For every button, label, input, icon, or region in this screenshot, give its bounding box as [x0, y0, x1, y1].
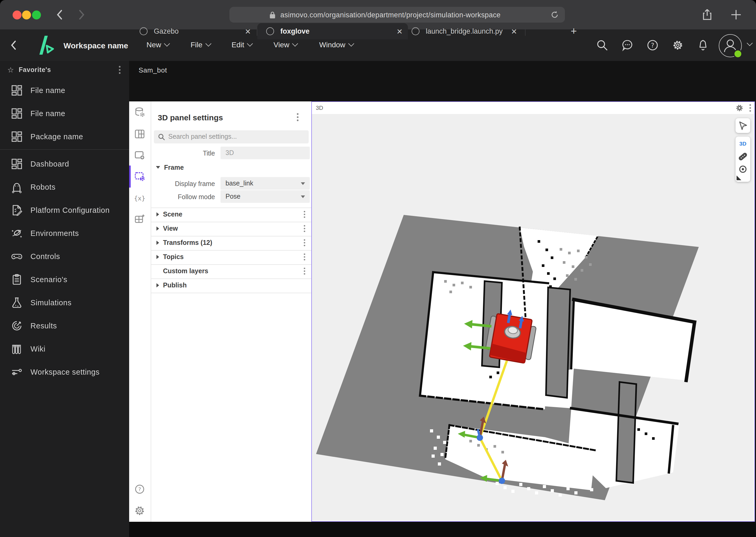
pointer-icon — [736, 118, 750, 133]
sidebar-item-controls[interactable]: Controls — [0, 245, 129, 268]
section-row-view[interactable]: View — [151, 222, 311, 236]
title-field-input[interactable]: 3D — [220, 146, 310, 159]
row-menu-icon[interactable] — [303, 253, 305, 261]
tab-gazebo[interactable]: Gazebo ✕ — [131, 23, 256, 39]
select-tool-button[interactable] — [736, 118, 750, 133]
viewport-tool-group: 3D — [736, 136, 750, 182]
window-minimize-button[interactable] — [22, 11, 31, 20]
asimovo-logo[interactable] — [38, 35, 57, 55]
sidebar-item-dashboard[interactable]: Dashboard — [0, 152, 129, 176]
section-row-topics[interactable]: Topics — [151, 250, 311, 264]
new-tab-icon[interactable] — [730, 9, 742, 21]
panel-settings-icon[interactable] — [134, 171, 145, 182]
share-icon[interactable] — [701, 8, 713, 21]
layout-icon[interactable] — [134, 128, 145, 140]
panel-settings-menu-icon[interactable] — [296, 113, 298, 121]
frame-section-header[interactable]: Frame — [156, 164, 184, 171]
avatar-chevron-icon[interactable] — [747, 40, 753, 46]
variables-icon[interactable]: {x} — [134, 192, 145, 204]
browser-address-bar[interactable]: asimovo.com/organisation/department/proj… — [229, 7, 565, 22]
application-window: asimovo.com/organisation/department/proj… — [0, 0, 756, 537]
window-close-button[interactable] — [12, 11, 21, 20]
row-menu-icon[interactable] — [303, 268, 305, 275]
section-row-publish[interactable]: Publish — [151, 278, 311, 292]
chat-icon[interactable] — [621, 39, 634, 52]
menu-file[interactable]: File — [191, 40, 210, 49]
expand-corner-icon[interactable] — [737, 175, 741, 180]
tab-foxglove[interactable]: foxglove ✕ — [257, 23, 408, 39]
close-tab-icon[interactable]: ✕ — [392, 27, 408, 35]
sidebar-item-package[interactable]: Package name — [0, 125, 129, 148]
close-tab-icon[interactable]: ✕ — [240, 27, 256, 35]
url-text: asimovo.com/organisation/department/proj… — [280, 11, 501, 19]
panel-preferences-gear-icon[interactable] — [134, 505, 145, 516]
row-menu-icon[interactable] — [303, 239, 305, 246]
robot-session-label: Sam_bot — [138, 66, 167, 74]
reload-icon[interactable] — [551, 11, 559, 19]
panel-settings-sidebar: 3D panel settings Search panel settings.… — [151, 101, 312, 521]
sidebar-item-environments[interactable]: Environments — [0, 222, 129, 245]
3d-view-panel[interactable]: 3D — [311, 101, 755, 521]
package-grid-icon — [11, 130, 23, 143]
measure-tool-icon[interactable] — [737, 150, 749, 162]
sidebar-item-scenarios[interactable]: Scenario's — [0, 268, 129, 291]
chevron-down-icon — [164, 41, 170, 47]
clipboard-icon — [11, 273, 23, 286]
publish-point-icon[interactable] — [738, 164, 748, 174]
sidebar-item-file-2[interactable]: File name — [0, 102, 129, 125]
extensions-icon[interactable] — [134, 213, 145, 225]
chevron-down-icon — [292, 41, 298, 47]
chevron-down-icon — [247, 41, 253, 47]
menu-window[interactable]: Window — [319, 40, 353, 49]
sidebar-item-wiki[interactable]: Wiki — [0, 337, 129, 360]
favorites-header: ☆ Favorite's — [0, 61, 129, 79]
row-menu-icon[interactable] — [303, 211, 305, 218]
add-tab-button[interactable]: + — [571, 25, 577, 37]
sidebar-item-workspace-settings[interactable]: Workspace settings — [0, 360, 129, 384]
app-back-icon[interactable] — [11, 40, 16, 50]
panel-settings-search[interactable]: Search panel settings... — [154, 130, 308, 143]
browser-back-icon[interactable] — [56, 10, 62, 20]
bell-icon[interactable] — [697, 39, 709, 52]
tab-launch-bridge[interactable]: launch_bridge.launch.py ✕ — [409, 23, 522, 39]
section-row-scene[interactable]: Scene — [151, 207, 311, 222]
sidebar-item-results[interactable]: Results — [0, 314, 129, 337]
follow-mode-select[interactable]: Pose — [220, 190, 310, 203]
panel-help-icon[interactable]: ? — [134, 483, 145, 495]
search-icon[interactable] — [596, 39, 609, 52]
data-source-settings-icon[interactable] — [134, 106, 145, 118]
document-edit-icon — [11, 204, 23, 217]
3d-panel-header[interactable]: 3D — [312, 102, 754, 114]
sidebar-item-robots[interactable]: Robots — [0, 176, 129, 199]
sidebar-item-simulations[interactable]: Simulations — [0, 291, 129, 314]
chevron-down-icon — [348, 41, 354, 47]
row-menu-icon[interactable] — [303, 225, 305, 232]
browser-forward-icon[interactable] — [79, 10, 85, 20]
menu-view[interactable]: View — [274, 40, 297, 49]
3d-viewport[interactable] — [312, 114, 754, 520]
section-collapsed-icon — [156, 241, 159, 245]
camera-mode-3d-button[interactable]: 3D — [736, 140, 750, 146]
add-panel-icon[interactable] — [134, 149, 145, 161]
avatar[interactable] — [719, 34, 742, 57]
panel-gear-icon[interactable] — [735, 104, 743, 112]
sliders-icon — [11, 366, 23, 378]
sidebar-item-platform-configuration[interactable]: Platform Configuration — [0, 199, 129, 222]
panel-menu-icon[interactable] — [749, 104, 751, 112]
books-icon — [11, 343, 23, 355]
section-row-custom-layers[interactable]: Custom layers — [151, 264, 311, 278]
file-grid-icon — [11, 107, 23, 120]
section-row-transforms[interactable]: Transforms (12) — [151, 236, 311, 250]
close-tab-icon[interactable]: ✕ — [506, 27, 522, 35]
dashboard-icon — [11, 158, 23, 170]
menu-new[interactable]: New — [146, 40, 169, 49]
help-icon[interactable]: ? — [646, 39, 659, 52]
sidebar-item-file-1[interactable]: File name — [0, 79, 129, 102]
flask-icon — [11, 296, 23, 309]
chevron-down-icon — [205, 41, 211, 47]
display-frame-select[interactable]: base_link — [220, 177, 310, 189]
menu-edit[interactable]: Edit — [232, 40, 252, 49]
favorites-menu-icon[interactable] — [119, 66, 121, 74]
window-zoom-button[interactable] — [32, 11, 41, 20]
gear-icon[interactable] — [671, 39, 684, 52]
